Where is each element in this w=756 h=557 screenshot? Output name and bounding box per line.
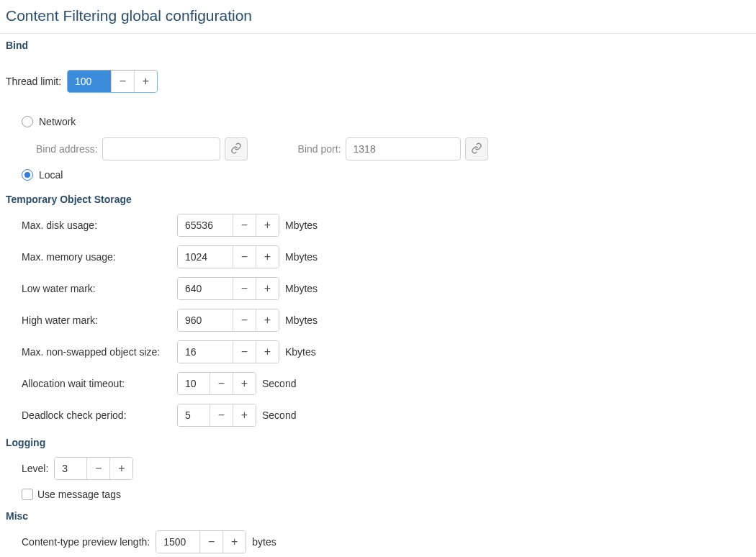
stepper-plus[interactable]: +	[233, 404, 256, 426]
bind-address-link-button[interactable]	[225, 137, 248, 160]
section-bind-heading: Bind	[0, 34, 756, 55]
tos-alloc-unit: Second	[262, 378, 296, 389]
thread-limit-minus[interactable]: −	[111, 71, 134, 92]
stepper-minus[interactable]: −	[233, 309, 256, 331]
stepper-plus[interactable]: +	[256, 278, 279, 299]
stepper-plus[interactable]: +	[222, 531, 246, 553]
thread-limit-plus[interactable]: +	[134, 71, 157, 92]
tos-deadlock-unit: Second	[262, 409, 296, 421]
tos-lowwater-stepper[interactable]: − +	[177, 277, 279, 300]
stepper-minus[interactable]: −	[210, 373, 233, 394]
tos-highwater-unit: Mbytes	[285, 314, 318, 326]
preview-length-stepper[interactable]: − +	[156, 530, 246, 553]
tos-maxmem-label: Max. memory usage:	[22, 251, 171, 263]
tos-maxmem-unit: Mbytes	[285, 251, 318, 263]
bind-port-link-button[interactable]	[465, 137, 488, 160]
tos-alloc-label: Allocation wait timeout:	[22, 378, 171, 389]
tos-alloc-input[interactable]	[178, 373, 210, 394]
tos-maxmem-input[interactable]	[178, 246, 233, 268]
use-message-tags-checkbox[interactable]	[22, 489, 33, 500]
tos-lowwater-unit: Mbytes	[285, 283, 318, 294]
stepper-plus[interactable]: +	[233, 373, 256, 394]
tos-deadlock-stepper[interactable]: − +	[177, 404, 256, 427]
stepper-minus[interactable]: −	[233, 246, 256, 268]
tos-lowwater-label: Low water mark:	[22, 283, 171, 294]
tos-highwater-input[interactable]	[178, 309, 233, 331]
tos-nonswap-unit: Kbytes	[285, 346, 316, 358]
tos-nonswap-stepper[interactable]: − +	[177, 340, 279, 363]
radio-network[interactable]	[22, 116, 33, 127]
stepper-minus[interactable]: −	[233, 341, 256, 363]
tos-nonswap-input[interactable]	[178, 341, 233, 363]
section-misc-heading: Misc	[0, 504, 756, 526]
thread-limit-input[interactable]	[68, 71, 111, 92]
thread-limit-label: Thread limit:	[6, 76, 61, 87]
tos-maxdisk-input[interactable]	[178, 214, 233, 236]
tos-deadlock-label: Deadlock check period:	[22, 409, 171, 421]
link-icon	[230, 142, 242, 156]
tos-highwater-label: High water mark:	[22, 314, 171, 326]
tos-maxdisk-unit: Mbytes	[285, 219, 318, 231]
stepper-minus[interactable]: −	[199, 531, 222, 553]
stepper-plus[interactable]: +	[109, 458, 132, 479]
tos-maxmem-stepper[interactable]: − +	[177, 245, 279, 268]
link-icon	[471, 142, 482, 156]
tos-maxdisk-stepper[interactable]: − +	[177, 214, 279, 237]
preview-length-input[interactable]	[156, 531, 199, 553]
page-title: Content Filtering global configuration	[0, 0, 756, 34]
bind-port-input[interactable]	[346, 137, 461, 160]
thread-limit-stepper[interactable]: − +	[67, 70, 158, 93]
logging-level-stepper[interactable]: − +	[54, 457, 133, 480]
radio-local[interactable]	[22, 169, 33, 181]
stepper-minus[interactable]: −	[233, 278, 256, 299]
stepper-minus[interactable]: −	[233, 214, 256, 236]
stepper-plus[interactable]: +	[256, 214, 279, 236]
bind-address-label: Bind address:	[36, 143, 98, 155]
radio-local-label: Local	[39, 169, 63, 181]
section-tos-heading: Temporary Object Storage	[0, 188, 756, 209]
stepper-plus[interactable]: +	[256, 341, 279, 363]
stepper-plus[interactable]: +	[256, 309, 279, 331]
tos-maxdisk-label: Max. disk usage:	[22, 219, 171, 231]
stepper-minus[interactable]: −	[86, 458, 109, 479]
section-logging-heading: Logging	[0, 431, 756, 453]
tos-highwater-stepper[interactable]: − +	[177, 309, 279, 332]
bind-port-label: Bind port:	[298, 143, 341, 155]
radio-network-label: Network	[39, 116, 76, 127]
preview-length-unit: bytes	[252, 536, 276, 548]
preview-length-label: Content-type preview length:	[22, 536, 150, 548]
tos-alloc-stepper[interactable]: − +	[177, 372, 256, 395]
logging-level-label: Level:	[22, 463, 48, 474]
tos-lowwater-input[interactable]	[178, 278, 233, 299]
stepper-minus[interactable]: −	[210, 404, 233, 426]
bind-address-input[interactable]	[102, 137, 220, 160]
use-message-tags-label: Use message tags	[37, 489, 121, 500]
tos-nonswap-label: Max. non-swapped object size:	[22, 346, 171, 358]
stepper-plus[interactable]: +	[256, 246, 279, 268]
logging-level-input[interactable]	[55, 458, 86, 479]
tos-deadlock-input[interactable]	[178, 404, 210, 426]
